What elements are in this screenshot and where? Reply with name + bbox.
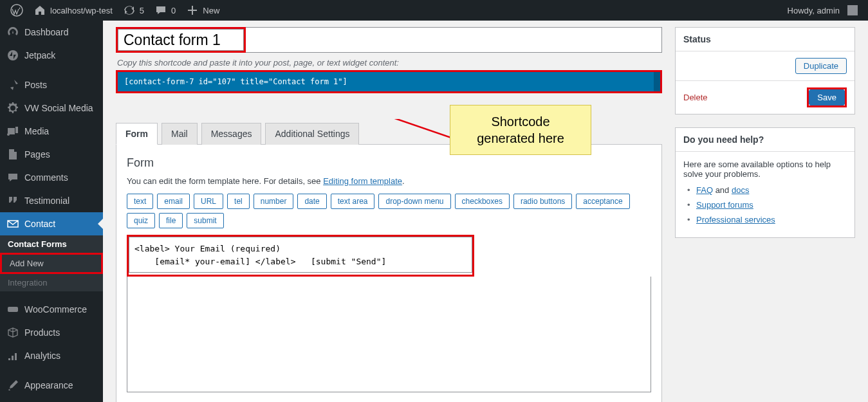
tag-btn-file[interactable]: file: [159, 213, 183, 228]
avatar-icon: [847, 5, 858, 15]
menu-contact[interactable]: Contact: [0, 212, 103, 235]
tab-form[interactable]: Form: [116, 123, 158, 145]
plus-icon: [186, 4, 199, 17]
refresh-icon: [123, 4, 136, 17]
tab-messages[interactable]: Messages: [201, 123, 262, 145]
menu-woocommerce[interactable]: WooCommerce: [0, 298, 103, 321]
title-row: [116, 27, 662, 53]
woo-icon: [6, 303, 19, 316]
comment-icon: [154, 4, 167, 17]
menu-label: Posts: [24, 80, 47, 90]
menu-label: Media: [24, 126, 49, 136]
form-template-textarea[interactable]: [129, 237, 472, 273]
tag-btn-submit[interactable]: submit: [187, 213, 223, 228]
new-content[interactable]: New: [181, 0, 225, 21]
menu-label: VW Social Media: [24, 103, 93, 113]
quote-icon: [6, 194, 19, 207]
faq-link[interactable]: FAQ: [696, 185, 713, 195]
dashboard-icon: [6, 26, 19, 39]
menu-products[interactable]: Products: [0, 321, 103, 344]
status-heading: Status: [676, 28, 854, 51]
code-area-highlight: [127, 235, 474, 277]
menu-label: Jetpack: [24, 50, 55, 60]
editing-template-link[interactable]: Editing form template: [323, 176, 402, 186]
menu-label: Dashboard: [24, 27, 69, 37]
title-spacer: [246, 27, 662, 53]
mail-icon: [6, 217, 19, 230]
docs-link[interactable]: docs: [732, 185, 749, 195]
desc-pre: You can edit the form template here. For…: [127, 176, 323, 186]
tag-btn-radio-buttons[interactable]: radio buttons: [513, 194, 572, 209]
media-icon: [6, 125, 19, 138]
menu-label: Pages: [24, 149, 50, 160]
annotation-arrow-icon: [356, 119, 453, 158]
admin-bar: localhost/wp-test 5 0 New Howdy, admin: [0, 0, 868, 21]
tag-btn-text[interactable]: text: [127, 194, 153, 209]
my-account[interactable]: Howdy, admin: [782, 0, 863, 21]
shortcode-text[interactable]: [contact-form-7 id="107" title="Contact …: [118, 72, 660, 91]
comments-count: 0: [171, 6, 176, 15]
updates[interactable]: 5: [118, 0, 149, 21]
howdy-text: Howdy, admin: [788, 6, 840, 15]
help-box: Do you need help? Here are some availabl…: [675, 127, 855, 238]
box-icon: [6, 326, 19, 339]
tag-btn-date[interactable]: date: [297, 194, 326, 209]
menu-label: Contact: [24, 219, 55, 229]
menu-posts[interactable]: Posts: [0, 73, 103, 96]
site-name[interactable]: localhost/wp-test: [28, 0, 118, 21]
menu-analytics[interactable]: Analytics: [0, 344, 103, 367]
tab-mail[interactable]: Mail: [162, 123, 198, 145]
form-title-input[interactable]: [118, 29, 244, 51]
pro-services-link[interactable]: Professional services: [696, 215, 775, 224]
svg-rect-2: [8, 307, 18, 312]
support-link[interactable]: Support forums: [696, 200, 753, 210]
menu-testimonial[interactable]: Testimonial: [0, 189, 103, 212]
form-template-continuation[interactable]: [127, 277, 651, 392]
menu-appearance[interactable]: Appearance: [0, 374, 103, 397]
panel-description: You can edit the form template here. For…: [127, 176, 651, 186]
help-desc: Here are some available options to help …: [683, 160, 847, 179]
page-icon: [6, 148, 19, 161]
menu-label: Testimonial: [24, 196, 69, 206]
wp-logo[interactable]: [5, 0, 28, 21]
tag-btn-email[interactable]: email: [157, 194, 190, 209]
tag-btn-number[interactable]: number: [254, 194, 294, 209]
comment-icon: [6, 171, 19, 184]
menu-dashboard[interactable]: Dashboard: [0, 21, 103, 44]
comments-bubble[interactable]: 0: [149, 0, 181, 21]
desc-post: .: [402, 176, 405, 186]
submenu-add-new[interactable]: Add New: [0, 253, 103, 274]
shortcode-box: [contact-form-7 id="107" title="Contact …: [116, 70, 662, 93]
submenu-integration[interactable]: Integration: [0, 274, 103, 291]
submenu-contact-forms[interactable]: Contact Forms: [0, 235, 103, 253]
tag-btn-checkboxes[interactable]: checkboxes: [455, 194, 510, 209]
menu-label: WooCommerce: [24, 304, 87, 315]
tab-additional-settings[interactable]: Additional Settings: [265, 123, 359, 145]
menu-comments[interactable]: Comments: [0, 166, 103, 189]
menu-label: Comments: [24, 172, 68, 183]
tag-btn-tel[interactable]: tel: [227, 194, 250, 209]
tag-btn-quiz[interactable]: quiz: [127, 213, 155, 228]
jetpack-icon: [6, 49, 19, 62]
menu-jetpack[interactable]: Jetpack: [0, 44, 103, 67]
status-box: Status Duplicate Delete Save: [675, 27, 855, 114]
tag-btn-acceptance[interactable]: acceptance: [576, 194, 629, 209]
form-panel: Form You can edit the form template here…: [116, 144, 662, 402]
menu-vw-social[interactable]: VW Social Media: [0, 96, 103, 120]
delete-link[interactable]: Delete: [683, 93, 708, 102]
gear-icon: [6, 102, 19, 114]
menu-pages[interactable]: Pages: [0, 143, 103, 166]
brush-icon: [6, 379, 19, 392]
tag-btn-text-area[interactable]: text area: [331, 194, 375, 209]
chart-icon: [6, 349, 19, 362]
tag-btn-URL[interactable]: URL: [194, 194, 223, 209]
save-button[interactable]: Save: [809, 89, 845, 105]
panel-heading: Form: [127, 156, 651, 170]
duplicate-button[interactable]: Duplicate: [795, 58, 847, 74]
annotation-line1: Shortcode: [458, 113, 583, 130]
menu-label: Analytics: [24, 351, 60, 361]
new-label: New: [203, 6, 219, 15]
menu-media[interactable]: Media: [0, 120, 103, 143]
tag-btn-drop-down-menu[interactable]: drop-down menu: [378, 194, 450, 209]
tag-generator-buttons: textemailURLtelnumberdatetext areadrop-d…: [127, 194, 651, 228]
